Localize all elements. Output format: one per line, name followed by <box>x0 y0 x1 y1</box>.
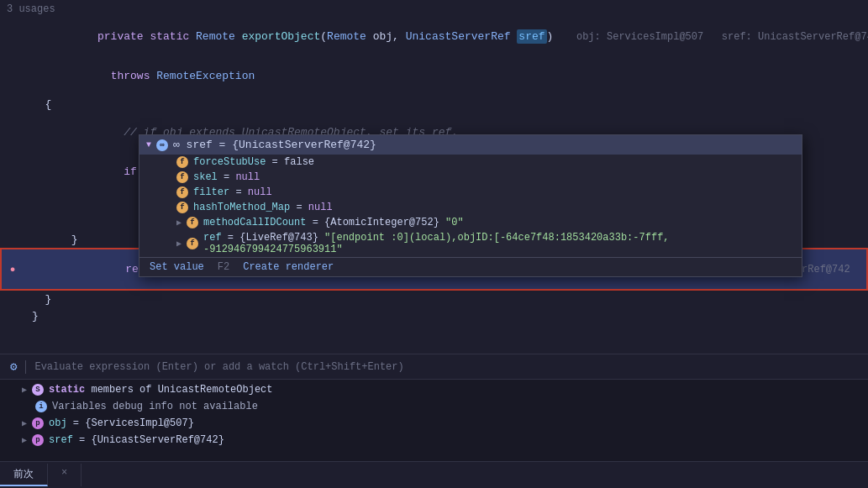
code-line: } <box>0 307 868 324</box>
popup-item-text: forceStubUse = false <box>193 156 314 168</box>
expand-arrow[interactable]: ▶ <box>22 418 27 428</box>
popup-item-text: filter = null <box>193 186 272 198</box>
code-text: } <box>45 293 52 306</box>
code-text: ( <box>320 30 327 43</box>
panel-item-sref: ▶ p sref = {UnicastServerRef@742} <box>0 432 868 449</box>
popup-footer: Set value F2 Create renderer <box>139 257 802 276</box>
sref-highlight: sref <box>517 29 546 44</box>
popup-item-text: ref = {LiveRef@743} "[endpoint :0](local… <box>203 232 792 255</box>
line-content: { <box>25 98 868 111</box>
keyword-throws: throws <box>111 70 157 82</box>
popup-item-text: methodCallIDCount = {AtomicInteger@752} … <box>203 217 464 228</box>
line-content: } <box>25 310 868 323</box>
code-text: obj, <box>373 30 406 43</box>
toolbar-divider <box>25 360 26 374</box>
type-ref: RemoteException <box>156 70 255 82</box>
line-content: private static Remote exportObject(Remot… <box>25 18 868 55</box>
panel-item-static: ▶ S static members of UnicastRemoteObjec… <box>0 381 868 398</box>
code-line: { <box>0 96 868 113</box>
popup-item-forcestubuse: f forceStubUse = false <box>139 155 802 170</box>
sref-text: sref = {UnicastServerRef@742} <box>49 434 224 446</box>
function-name: exportObject <box>242 30 321 43</box>
debug-popup: ▼ ∞ ∞ sref = {UnicastServerRef@742} f fo… <box>139 134 802 277</box>
popup-item-methodcallidcount: ▶ f methodCallIDCount = {AtomicInteger@7… <box>139 215 802 230</box>
popup-item-text: skel = null <box>193 171 260 183</box>
static-icon: S <box>32 384 44 396</box>
usages-count: 3 usages <box>0 0 868 17</box>
popup-item-filter: f filter = null <box>139 185 802 200</box>
code-line: throws RemoteException <box>0 56 868 96</box>
type-ref: Remote <box>327 30 373 43</box>
code-line: private static Remote exportObject(Remot… <box>0 17 868 56</box>
create-renderer-link[interactable]: Create renderer <box>243 261 334 273</box>
bottom-panel: ⚙ Evaluate expression (Enter) or add a w… <box>0 354 868 488</box>
static-text: static members of UnicastRemoteObject <box>49 384 272 396</box>
field-icon: f <box>176 156 188 168</box>
popup-item-text: hashToMethod_Map = null <box>193 202 333 213</box>
panel-toolbar: ⚙ Evaluate expression (Enter) or add a w… <box>0 354 868 380</box>
warn-text: Variables debug info not available <box>52 401 258 412</box>
expand-arrow[interactable]: ▶ <box>22 385 27 395</box>
expand-arrow[interactable]: ▶ <box>22 435 27 445</box>
code-text: ) <box>547 30 566 43</box>
code-line: } <box>0 291 868 307</box>
panel-item-obj: ▶ p obj = {ServicesImpl@507} <box>0 415 868 432</box>
bottom-tab-bar: 前次 × <box>0 461 868 488</box>
expand-arrow[interactable]: ▶ <box>176 218 181 228</box>
code-text: } <box>32 310 39 323</box>
panel-item-debug-info: i Variables debug info not available <box>0 398 868 415</box>
line-gutter: ● <box>2 265 27 275</box>
field-icon: f <box>176 186 188 198</box>
set-value-link[interactable]: Set value <box>150 261 204 273</box>
panel-content: ▶ S static members of UnicastRemoteObjec… <box>0 380 868 461</box>
info-icon: i <box>35 401 47 412</box>
popup-header-text: ∞ sref = {UnicastServerRef@742} <box>173 139 376 151</box>
line-content: throws RemoteException <box>25 57 868 95</box>
filter-icon[interactable]: ⚙ <box>7 358 20 375</box>
type-ref: Remote <box>196 30 242 43</box>
debug-inline: obj: ServicesImpl@507 sref: UnicastServe… <box>576 31 868 43</box>
keyword: private static <box>97 30 196 43</box>
field-icon: f <box>176 202 188 213</box>
obj-icon: ∞ <box>156 139 168 151</box>
popup-item-ref: ▶ f ref = {LiveRef@743} "[endpoint :0](l… <box>139 230 802 257</box>
line-content: } <box>25 293 868 306</box>
tab-left[interactable]: 前次 <box>0 464 48 486</box>
expand-icon[interactable]: ▼ <box>146 140 151 150</box>
field-icon: f <box>187 217 198 228</box>
field-icon-sref: p <box>32 434 44 446</box>
field-icon-obj: p <box>32 417 44 429</box>
set-value-key: F2 <box>218 261 229 273</box>
code-editor: 3 usages private static Remote exportObj… <box>0 0 868 354</box>
obj-text: obj = {ServicesImpl@507} <box>49 417 194 429</box>
type-ref: UnicastServerRef <box>406 30 518 43</box>
popup-item-skel: f skel = null <box>139 170 802 185</box>
tab-close[interactable]: × <box>48 464 82 486</box>
field-icon: f <box>187 238 198 249</box>
code-text: { <box>45 98 52 111</box>
expand-arrow[interactable]: ▶ <box>176 239 181 249</box>
popup-header: ▼ ∞ ∞ sref = {UnicastServerRef@742} <box>139 135 802 155</box>
field-icon: f <box>176 171 188 183</box>
eval-hint[interactable]: Evaluate expression (Enter) or add a wat… <box>31 361 861 373</box>
code-text: } <box>71 234 78 246</box>
popup-item-hashtomethodmap: f hashToMethod_Map = null <box>139 200 802 215</box>
